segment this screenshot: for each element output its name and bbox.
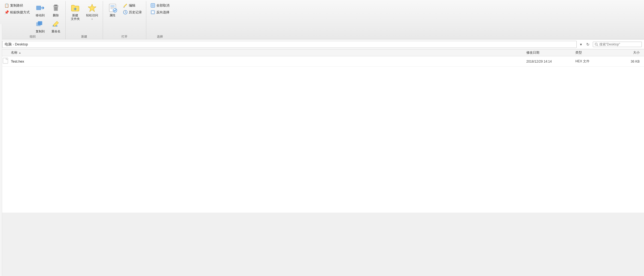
- ribbon: 📋 复制路径 📌 粘贴快捷方式 移动到: [0, 0, 644, 39]
- move-to-icon: [35, 3, 45, 13]
- easy-access-dropdown-icon: ▾: [92, 18, 93, 20]
- easy-access-button[interactable]: 轻松访问 ▾: [84, 2, 101, 21]
- copy-path-icon: 📋: [4, 3, 9, 8]
- copy-path-label: 复制路径: [10, 3, 23, 8]
- history-label: 历史记录: [129, 10, 142, 15]
- properties-button[interactable]: 属性: [105, 2, 120, 18]
- ribbon-group-new-content: 新建文件夹 轻松访问 ▾: [68, 2, 101, 34]
- svg-line-24: [597, 45, 598, 46]
- invert-select-button[interactable]: 反向选择: [148, 9, 171, 16]
- move-to-label: 移动到: [36, 14, 45, 17]
- ribbon-col-select-actions: 全部取消 反向选择: [148, 2, 171, 16]
- table-row[interactable]: Test.hex 2018/12/29 14:14 HEX 文件 36 KB: [0, 56, 644, 67]
- svg-rect-15: [110, 8, 113, 9]
- search-icon: [595, 42, 598, 46]
- rename-icon: [51, 19, 61, 29]
- properties-icon: [108, 3, 117, 13]
- file-size: 36 KB: [611, 60, 644, 63]
- properties-label: 属性: [110, 14, 116, 17]
- svg-rect-14: [110, 7, 115, 8]
- svg-rect-25: [3, 58, 8, 63]
- col-date-header[interactable]: 修改日期: [524, 50, 573, 55]
- search-input[interactable]: [599, 42, 640, 46]
- svg-rect-2: [38, 21, 42, 25]
- paste-shortcut-icon: 📌: [4, 10, 9, 15]
- svg-marker-11: [88, 4, 96, 12]
- breadcrumb-pc: 电脑: [5, 42, 12, 47]
- ribbon-group-select: 全部取消 反向选择 选择: [146, 1, 174, 39]
- col-sort-icon: ▲: [19, 51, 21, 54]
- ribbon-col-delete: 删除 重命名: [48, 2, 63, 34]
- invert-select-icon: [150, 10, 155, 15]
- col-name-label: 名称: [11, 50, 17, 55]
- ribbon-group-select-label: 选择: [148, 34, 171, 39]
- history-button[interactable]: 历史记录: [121, 9, 144, 16]
- copy-to-icon: [35, 19, 45, 29]
- col-type-header[interactable]: 类型: [573, 50, 611, 55]
- copy-to-label: 复制到: [36, 30, 45, 33]
- ribbon-col-move: 移动到 复制到: [33, 2, 47, 34]
- svg-rect-4: [53, 6, 59, 6]
- dropdown-button[interactable]: ▾: [578, 41, 584, 48]
- breadcrumb-desktop: Desktop: [15, 42, 28, 46]
- delete-button[interactable]: 删除: [48, 2, 63, 18]
- rename-label: 重命名: [51, 30, 60, 33]
- edit-icon: [123, 3, 128, 8]
- select-all-icon: [150, 3, 155, 8]
- ribbon-col-copy: 📋 复制路径 📌 粘贴快捷方式: [2, 2, 32, 16]
- new-folder-label: 新建文件夹: [71, 14, 80, 21]
- copy-path-button[interactable]: 📋 复制路径: [2, 2, 32, 9]
- breadcrumb[interactable]: 电脑 › Desktop: [2, 41, 577, 48]
- refresh-button[interactable]: ↻: [585, 41, 591, 48]
- ribbon-group-organize-label: 组织: [2, 34, 63, 39]
- edit-label: 编辑: [129, 3, 135, 8]
- ribbon-col-open-actions: 编辑 历史记录: [121, 2, 144, 16]
- search-box[interactable]: [593, 42, 642, 47]
- select-all-label: 全部取消: [156, 3, 169, 8]
- col-size-header[interactable]: 大小: [611, 50, 644, 55]
- left-sidebar: [0, 24, 2, 213]
- ribbon-group-select-content: 全部取消 反向选择: [148, 2, 171, 34]
- easy-access-icon: [87, 3, 97, 13]
- ribbon-group-organize-content: 📋 复制路径 📌 粘贴快捷方式 移动到: [2, 2, 63, 34]
- file-date: 2018/12/29 14:14: [524, 60, 573, 63]
- address-bar: 电脑 › Desktop ▾ ↻: [0, 39, 644, 49]
- col-name-header[interactable]: 名称 ▲: [0, 50, 524, 55]
- new-folder-button[interactable]: 新建文件夹: [68, 2, 83, 22]
- paste-shortcut-button[interactable]: 📌 粘贴快捷方式: [2, 9, 32, 16]
- invert-select-label: 反向选择: [156, 10, 169, 15]
- edit-button[interactable]: 编辑: [121, 2, 144, 9]
- paste-shortcut-label: 粘贴快捷方式: [10, 10, 30, 15]
- svg-rect-20: [151, 4, 154, 7]
- ribbon-group-organize: 📋 复制路径 📌 粘贴快捷方式 移动到: [0, 1, 66, 39]
- address-bar-actions: ▾ ↻: [578, 41, 591, 48]
- history-icon: [123, 10, 128, 15]
- svg-rect-22: [152, 11, 154, 13]
- file-area: 名称 ▲ 修改日期 类型 大小 Test.hex 2018/12/29 14:1…: [0, 49, 644, 213]
- svg-rect-3: [54, 5, 57, 6]
- ribbon-group-new-label: 新建: [68, 34, 101, 39]
- svg-rect-0: [36, 6, 41, 10]
- delete-label: 删除: [53, 14, 59, 17]
- file-name: Test.hex: [11, 59, 524, 63]
- copy-to-button[interactable]: 复制到: [33, 18, 47, 34]
- delete-icon: [51, 3, 61, 13]
- ribbon-group-open: 属性 编辑: [103, 1, 146, 39]
- select-all-button[interactable]: 全部取消: [148, 2, 171, 9]
- ribbon-group-open-label: 打开: [105, 34, 144, 39]
- file-list-header: 名称 ▲ 修改日期 类型 大小: [0, 49, 644, 56]
- breadcrumb-separator: ›: [13, 43, 14, 46]
- file-type: HEX 文件: [573, 59, 611, 64]
- ribbon-group-new: 新建文件夹 轻松访问 ▾ 新建: [66, 1, 103, 39]
- easy-access-label: 轻松访问: [86, 14, 98, 17]
- rename-button[interactable]: 重命名: [48, 18, 63, 34]
- ribbon-group-open-content: 属性 编辑: [105, 2, 144, 34]
- move-to-button[interactable]: 移动到: [33, 2, 47, 18]
- new-folder-icon: [70, 3, 80, 13]
- svg-rect-13: [110, 6, 115, 6]
